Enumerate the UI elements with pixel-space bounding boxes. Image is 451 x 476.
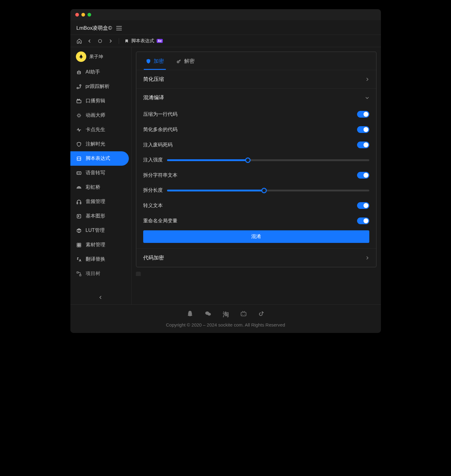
sidebar-item-anim[interactable]: 动画大师 <box>70 108 129 123</box>
switch-inject-dead-code[interactable] <box>357 142 369 148</box>
row-label: 简化多余的代码 <box>143 127 177 133</box>
sidebar-item-audio[interactable]: 音频管理 <box>70 195 129 209</box>
tab-label: 加密 <box>154 58 164 65</box>
svg-rect-7 <box>77 100 81 103</box>
translate-icon <box>76 257 82 262</box>
sidebar-item-pr-track[interactable]: pr跟踪解析 <box>70 79 129 94</box>
sidebar-item-ai[interactable]: AI助手 <box>70 65 129 79</box>
header: LmBox凌萌盒© <box>70 20 381 35</box>
switch-escape-text[interactable] <box>357 202 369 209</box>
navbar: 脚本表达式 Ae <box>70 35 381 47</box>
sidebar-collapse-button[interactable] <box>70 290 131 304</box>
row-split-strings: 拆分字符串文本 <box>140 168 372 183</box>
switch-rename-globals[interactable] <box>357 217 369 224</box>
row-label: 注入废码死码 <box>143 142 173 148</box>
section-head-encrypt[interactable]: 代码加密 <box>136 249 376 267</box>
section-body-obfuscate: 压缩为一行代码 简化多余的代码 注入废码死码 <box>136 107 376 248</box>
tab-encrypt[interactable]: 加密 <box>144 52 166 70</box>
shield-lock-icon <box>146 59 151 64</box>
rainbow-icon <box>76 185 82 190</box>
svg-rect-10 <box>77 202 78 204</box>
svg-rect-16 <box>79 245 80 247</box>
menu-icon[interactable] <box>116 26 122 30</box>
back-icon[interactable] <box>87 38 92 44</box>
svg-point-3 <box>78 72 79 73</box>
tab-decrypt[interactable]: 解密 <box>174 52 196 70</box>
script-icon <box>76 156 82 161</box>
sidebar-list: AI助手 pr跟踪解析 口播剪辑 动画大师 卡点先生 注解时光 脚本表达式 语音… <box>70 65 131 290</box>
section-head-simplify[interactable]: 简化压缩 <box>136 70 376 88</box>
svg-rect-17 <box>77 272 78 273</box>
shield-icon <box>76 142 82 147</box>
sidebar-item-annotate[interactable]: 注解时光 <box>70 137 129 151</box>
app-title: LmBox凌萌盒© <box>76 25 112 32</box>
svg-rect-9 <box>77 172 81 174</box>
main: 加密 解密 简化压缩 混淆编译 <box>132 47 381 304</box>
sidebar-item-translate[interactable]: 翻译替换 <box>70 252 129 266</box>
route-icon <box>76 84 82 89</box>
svg-point-0 <box>98 39 102 43</box>
section-title: 混淆编译 <box>143 94 164 101</box>
switch-split-strings[interactable] <box>357 172 369 179</box>
row-label: 压缩为一行代码 <box>143 111 177 118</box>
chevron-down-icon <box>365 96 369 100</box>
sidebar-item-assets[interactable]: 素材管理 <box>70 238 129 252</box>
key-icon <box>176 59 182 64</box>
section-title: 代码加密 <box>143 254 164 261</box>
sidebar-item-script[interactable]: 脚本表达式 <box>70 151 129 166</box>
copyright: Copyright © 2020 – 2024 sockite com. All… <box>166 322 285 327</box>
maximize-window-button[interactable] <box>88 13 91 17</box>
sidebar-item-label: LUT管理 <box>86 227 105 234</box>
sidebar-item-clip[interactable]: 口播剪辑 <box>70 94 129 108</box>
username: 果子坤 <box>89 54 103 60</box>
svg-point-6 <box>80 85 81 86</box>
close-window-button[interactable] <box>75 13 79 17</box>
svg-rect-11 <box>80 202 81 204</box>
obfuscate-button[interactable]: 混淆 <box>143 230 369 243</box>
footer: 淘 Copyright © 2020 – 2024 sockite com. A… <box>70 304 381 333</box>
nav-separator <box>119 38 119 44</box>
sidebar-item-label: 脚本表达式 <box>86 155 110 162</box>
chevron-right-icon <box>365 77 369 81</box>
breadcrumb: 脚本表达式 Ae <box>125 38 163 44</box>
douyin-icon[interactable] <box>258 310 264 319</box>
robot-icon <box>76 70 82 75</box>
qq-icon[interactable] <box>187 310 193 319</box>
bilibili-icon[interactable] <box>240 310 247 319</box>
home-icon[interactable] <box>76 38 82 44</box>
tabs: 加密 解密 <box>136 52 376 70</box>
sidebar-item-tree[interactable]: 项目树 <box>70 266 129 281</box>
sidebar-item-beat[interactable]: 卡点先生 <box>70 123 129 137</box>
avatar <box>76 51 86 62</box>
svg-point-21 <box>207 313 211 315</box>
user-row[interactable]: 果子坤 <box>70 47 131 65</box>
wechat-icon[interactable] <box>204 310 212 319</box>
sidebar-item-speech[interactable]: 语音转写 <box>70 166 129 180</box>
sidebar-item-lut[interactable]: LUT管理 <box>70 223 129 238</box>
breadcrumb-label: 脚本表达式 <box>131 38 154 44</box>
circle-icon[interactable] <box>97 38 103 44</box>
sidebar-item-mogrt[interactable]: 基本图形 <box>70 209 129 223</box>
section-title: 简化压缩 <box>143 76 164 83</box>
switch-simplify-redundant[interactable] <box>357 126 369 133</box>
svg-rect-14 <box>79 243 80 245</box>
footer-icons: 淘 <box>187 310 264 319</box>
sidebar-item-rainbow[interactable]: 彩虹桥 <box>70 180 129 195</box>
titlebar <box>70 9 381 20</box>
sidebar-item-label: 注解时光 <box>86 141 105 147</box>
svg-point-5 <box>77 87 78 89</box>
slider-split-length[interactable] <box>167 190 369 191</box>
row-label: 重命名全局变量 <box>143 218 177 224</box>
minimize-window-button[interactable] <box>81 13 85 17</box>
svg-point-19 <box>177 61 179 63</box>
forward-icon[interactable] <box>108 38 113 44</box>
app-window: LmBox凌萌盒© 脚本表达式 Ae <box>70 9 381 333</box>
row-split-length: 拆分长度 <box>140 183 372 198</box>
svg-rect-18 <box>80 274 81 276</box>
slider-inject-strength[interactable] <box>167 159 369 161</box>
cc-icon <box>76 170 82 176</box>
switch-compress-one-line[interactable] <box>357 111 369 118</box>
section-head-obfuscate[interactable]: 混淆编译 <box>136 89 376 107</box>
svg-point-1 <box>80 57 81 59</box>
taobao-icon[interactable]: 淘 <box>223 310 229 319</box>
